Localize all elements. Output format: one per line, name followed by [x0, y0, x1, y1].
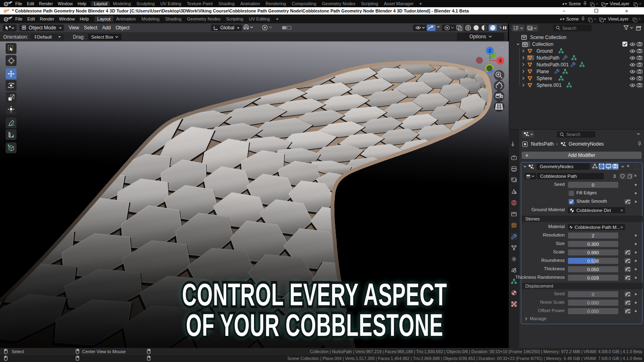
- svg-text:Z: Z: [489, 48, 491, 53]
- svg-text:X: X: [499, 58, 502, 63]
